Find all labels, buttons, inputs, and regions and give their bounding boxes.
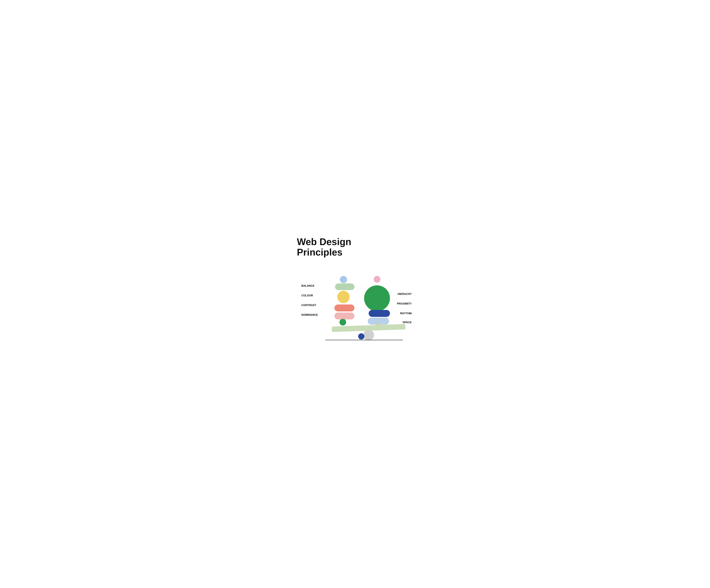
dark-blue-small-circle <box>358 333 364 339</box>
balance-diagram-svg <box>297 265 413 348</box>
fulcrum-circle <box>363 330 374 341</box>
light-blue-capsule <box>368 318 389 325</box>
green-capsule <box>335 283 354 290</box>
diagram: BALANCE COLOUR CONTRAST DOMINANCE HIERAC… <box>297 265 413 348</box>
title-line2: Principles <box>297 247 342 258</box>
page-title: Web Design Principles <box>297 237 413 258</box>
page: Web Design Principles BALANCE COLOUR CON… <box>288 231 422 357</box>
green-small-left <box>339 319 346 326</box>
big-green-circle <box>364 285 390 311</box>
pink-capsule <box>334 312 354 320</box>
light-blue-top-circle <box>340 276 347 283</box>
title-line1: Web Design <box>297 236 351 247</box>
salmon-capsule <box>334 305 354 312</box>
yellow-circle <box>337 291 350 303</box>
dark-blue-capsule <box>369 310 390 317</box>
pink-top-circle <box>374 276 380 283</box>
